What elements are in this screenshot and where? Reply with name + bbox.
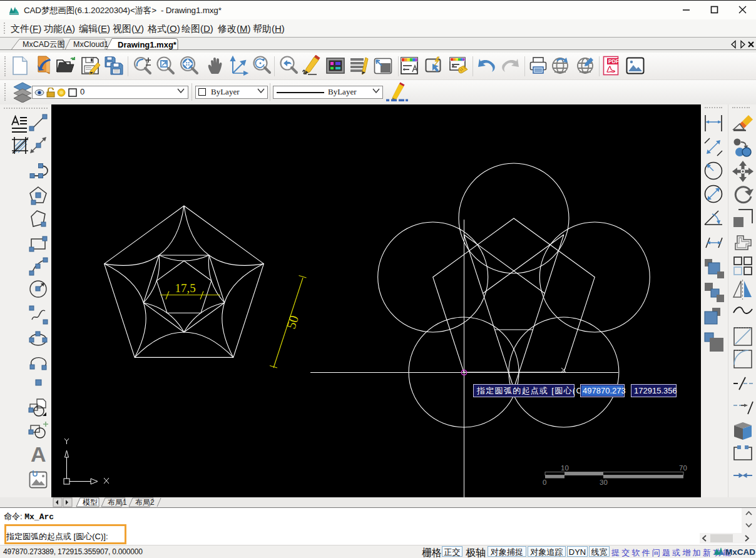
svg-text:10: 10	[561, 464, 569, 472]
svg-text:MxCloud1: MxCloud1	[73, 40, 108, 49]
svg-text:70: 70	[679, 464, 687, 472]
svg-text:布局2: 布局2	[135, 498, 155, 507]
svg-text:30: 30	[600, 479, 608, 486]
svg-text:MxCAD云图: MxCAD云图	[23, 40, 65, 49]
svg-text:A: A	[31, 443, 46, 464]
svg-text:Drawing1.mxg*: Drawing1.mxg*	[118, 40, 177, 49]
svg-text:PDF: PDF	[608, 58, 619, 64]
svg-text:172915.356: 172915.356	[634, 386, 677, 395]
svg-text:0: 0	[543, 479, 546, 486]
svg-text:模型: 模型	[83, 498, 98, 507]
svg-text:17,5: 17,5	[175, 282, 195, 295]
svg-text:497870.273: 497870.273	[583, 386, 626, 395]
svg-text:布局1: 布局1	[108, 498, 127, 507]
svg-text:MxCAD: MxCAD	[725, 547, 755, 557]
svg-text:指定圆弧的起点或 [圆心(C)]:: 指定圆弧的起点或 [圆心(C)]:	[476, 386, 593, 395]
